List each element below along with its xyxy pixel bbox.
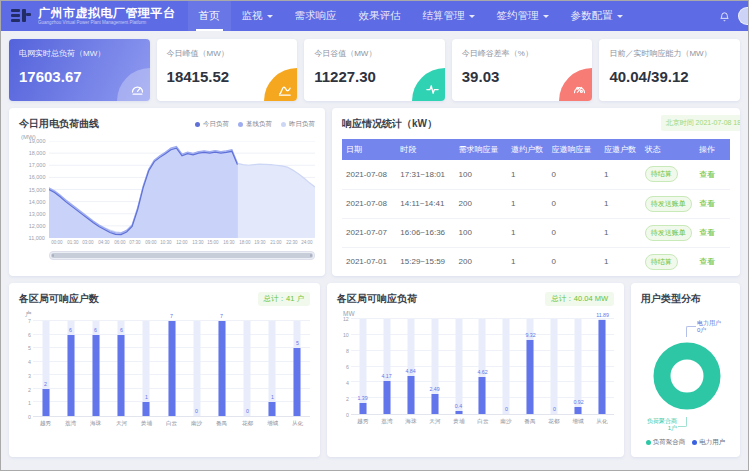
y-tick-label: 16,000 xyxy=(28,175,45,180)
x-axis-labels: 越秀荔湾海珠天河黄埔白云南沙番禺花都增城从化 xyxy=(33,417,310,429)
notifications-bell-icon[interactable] xyxy=(719,11,730,22)
category-label: 花都 xyxy=(545,417,564,425)
bar-value-label: 0.4 xyxy=(455,404,462,409)
bar-column-0: 1.39 xyxy=(351,319,375,414)
donut-label-power-user: 电力用户 0户 xyxy=(697,320,721,334)
bar-background-pillar xyxy=(503,319,510,414)
bar[interactable]: 2.49 xyxy=(431,394,438,414)
y-tick-label: 7 xyxy=(28,319,31,324)
dashboard: 电网实时总负荷（MW）17603.67今日峰值（MW）18415.52今日谷值（… xyxy=(1,31,748,457)
column-header: 应邀响应量 xyxy=(548,139,600,160)
view-link[interactable]: 查看 xyxy=(699,199,715,208)
main-nav: 首页监视需求响应效果评估结算管理签约管理参数配置 xyxy=(188,1,634,31)
bar[interactable]: 7 xyxy=(168,321,175,416)
bar-value-label: 2 xyxy=(44,382,47,387)
view-link[interactable]: 查看 xyxy=(699,170,715,179)
bar[interactable]: 5 xyxy=(294,348,301,416)
chart-zoom-slider[interactable] xyxy=(49,251,315,260)
bar-value-label: 6 xyxy=(95,327,98,332)
x-tick-label: 01:30 xyxy=(67,240,79,247)
bar-column-9: 0.92 xyxy=(566,319,590,414)
load-aggregator-count: 1户 xyxy=(647,425,677,432)
response-stats-panel: 响应情况统计（kW） 北京时间 2021-07-08 18:1 日期时段需求响应… xyxy=(332,108,740,276)
kpi-value: 40.04/39.12 xyxy=(609,68,730,85)
nav-item-parameter-config[interactable]: 参数配置 xyxy=(560,1,634,31)
bar[interactable]: 6 xyxy=(67,335,74,416)
legend-item-1[interactable]: 基线负荷 xyxy=(238,120,272,129)
category-label: 黄埔 xyxy=(449,417,468,425)
bar[interactable]: 4.84 xyxy=(407,376,414,414)
nav-item-settlement-management[interactable]: 结算管理 xyxy=(412,1,486,31)
cell-period: 14:11~14:41 xyxy=(396,189,454,218)
legend-item-power-user[interactable]: 电力用户 xyxy=(692,438,725,447)
category-label: 南沙 xyxy=(187,419,207,427)
cell-period: 17:31~18:01 xyxy=(396,160,454,189)
app-window: 广州市虚拟电厂管理平台 Guangzhou Virtual Power Plan… xyxy=(0,0,749,471)
legend-item-0[interactable]: 今日负荷 xyxy=(195,120,229,129)
view-link[interactable]: 查看 xyxy=(699,257,715,266)
x-tick-label: 12:00 xyxy=(176,240,188,247)
bar[interactable]: 1 xyxy=(269,402,276,416)
bar-column-2: 4.84 xyxy=(399,319,423,414)
bar[interactable]: 1 xyxy=(143,402,150,416)
bar-column-4: 0.4 xyxy=(447,319,471,414)
x-tick-label: 03:00 xyxy=(82,240,94,247)
nav-item-monitoring[interactable]: 监视 xyxy=(231,1,284,31)
power-user-count: 0户 xyxy=(697,327,721,334)
legend-dot-icon xyxy=(281,122,286,127)
bar[interactable]: 2 xyxy=(42,389,49,416)
bar[interactable]: 4.62 xyxy=(479,377,486,414)
bar[interactable]: 11.89 xyxy=(599,320,606,414)
nav-item-label: 效果评估 xyxy=(359,9,401,23)
bar-value-label: 0 xyxy=(553,407,556,412)
bar[interactable]: 0.4 xyxy=(455,411,462,414)
bar[interactable]: 6 xyxy=(92,335,99,416)
y-tick-label: 0 xyxy=(28,415,31,420)
y-tick-label: 14,000 xyxy=(28,199,45,204)
legend-item-load-aggregator[interactable]: 负荷聚合商 xyxy=(646,438,686,447)
bar-background-pillar xyxy=(244,321,251,416)
bar[interactable]: 1.39 xyxy=(359,403,366,414)
x-tick-label: 16:30 xyxy=(223,240,235,247)
view-link[interactable]: 查看 xyxy=(699,228,715,237)
bar[interactable]: 6 xyxy=(118,335,125,416)
x-tick-label: 10:30 xyxy=(160,240,172,247)
bar-value-label: 0 xyxy=(246,409,249,414)
category-label: 增城 xyxy=(569,417,588,425)
cell-action: 查看 xyxy=(695,247,730,276)
nav-item-demand-response[interactable]: 需求响应 xyxy=(284,1,348,31)
bar-background-pillar xyxy=(455,319,462,414)
cell-date: 2021-07-08 xyxy=(342,160,396,189)
y-tick-label: 6 xyxy=(346,365,349,370)
bar-column-6: 0 xyxy=(494,319,518,414)
bar[interactable]: 7 xyxy=(218,321,225,416)
column-header: 操作 xyxy=(695,139,730,160)
category-label: 荔湾 xyxy=(377,417,396,425)
nav-item-effect-evaluation[interactable]: 效果评估 xyxy=(348,1,412,31)
cell-invited-users: 1 xyxy=(507,218,548,247)
district-users-total-badge: 总计：41 户 xyxy=(258,292,310,306)
bar-value-label: 4.84 xyxy=(406,369,416,374)
chart-zoom-slider-thumb[interactable] xyxy=(51,253,313,258)
nav-item-contract-management[interactable]: 签约管理 xyxy=(486,1,560,31)
y-tick-label: 10 xyxy=(343,333,349,338)
nav-item-home[interactable]: 首页 xyxy=(188,1,231,31)
category-label: 南沙 xyxy=(497,417,516,425)
kpi-card-peak-valley-rate: 今日峰谷差率（%）39.03 xyxy=(452,39,593,101)
bar[interactable]: 0.92 xyxy=(575,407,582,414)
bar-column-7: 9.32 xyxy=(518,319,542,414)
bar-column-1: 4.17 xyxy=(375,319,399,414)
y-axis-labels: 01234567 xyxy=(19,321,33,417)
bar[interactable]: 4.17 xyxy=(383,381,390,414)
bar-chart-plot: 26661707015 xyxy=(33,321,310,417)
legend-item-2[interactable]: 昨日负荷 xyxy=(281,120,315,129)
bar[interactable]: 9.32 xyxy=(527,340,534,414)
category-label: 增城 xyxy=(262,419,282,427)
load-curve-legend: 今日负荷基线负荷昨日负荷 xyxy=(195,120,315,129)
table-row: 2021-07-0814:11~14:41200101待发送账单查看 xyxy=(342,189,730,218)
x-tick-label: 06:00 xyxy=(114,240,126,247)
table-row: 2021-07-0115:29~15:59200101待结算查看 xyxy=(342,247,730,276)
bar-column-6: 0 xyxy=(184,321,209,416)
user-avatar[interactable] xyxy=(738,7,749,25)
app-title: 广州市虚拟电厂管理平台 xyxy=(38,7,176,20)
